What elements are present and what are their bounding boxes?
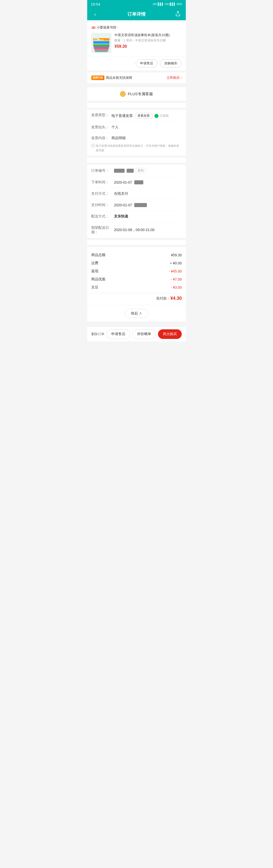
shipping-value: + ¥0.00 bbox=[170, 261, 182, 265]
payment-time-row: 支付时间： 2020-01-07 bbox=[91, 199, 182, 211]
svg-point-14 bbox=[124, 93, 124, 94]
jingdou-value: - ¥3.00 bbox=[171, 285, 182, 289]
product-title: 中英文双语听读故事绘本(套装共10册) bbox=[114, 33, 182, 37]
order-number-redacted-1 bbox=[114, 169, 125, 173]
svg-point-6 bbox=[95, 39, 96, 40]
bottom-gap bbox=[87, 321, 186, 327]
svg-point-7 bbox=[96, 39, 97, 40]
product-meta: 数量：1 系列：中英文双语绘本共10册 bbox=[114, 38, 182, 43]
invoice-header-text: 个人 bbox=[111, 125, 118, 129]
signal-icon2: ▌▌▌ bbox=[170, 2, 176, 5]
invoice-header-label: 发票抬头： bbox=[91, 125, 111, 129]
invoice-content-text: 商品明细 bbox=[111, 136, 126, 141]
total-row: 实付款： ¥4.30 bbox=[91, 293, 182, 301]
invoice-content-value: 商品明细 bbox=[111, 136, 182, 141]
product-info: 中英文双语听读故事绘本(套装共10册) 数量：1 系列：中英文双语绘本共10册 … bbox=[114, 33, 182, 49]
header: ‹ 订单详情 bbox=[87, 8, 186, 20]
white-gap-1 bbox=[87, 103, 186, 108]
svg-rect-9 bbox=[94, 47, 109, 49]
bottom-bar: 删除订单 申请售后 评价晒单 再次购买 bbox=[87, 327, 186, 341]
rebuy-button[interactable]: 再次购买 bbox=[158, 329, 182, 339]
svg-point-13 bbox=[122, 93, 123, 94]
expected-delivery-row: 期望配送日期： 2020-01-08，09:00-21:00 bbox=[91, 222, 182, 238]
payment-method-label: 支付方式： bbox=[91, 191, 114, 196]
shop-chevron: › bbox=[117, 26, 118, 29]
order-date-text: 2020-01-07 bbox=[114, 180, 132, 184]
back-button[interactable]: ‹ bbox=[91, 11, 99, 17]
share-button[interactable] bbox=[174, 11, 182, 18]
invoice-note: i 电子发票与纸质发票具有同等法律效力，可作为用户维权、保修的有效凭据 bbox=[91, 144, 182, 156]
wechat-icon bbox=[155, 114, 159, 118]
order-date-redacted bbox=[134, 180, 143, 184]
page-title: 订单详情 bbox=[99, 11, 174, 17]
info-circle-icon: i bbox=[91, 144, 95, 148]
status-bar: 19:54 HD ▌▌▌ HD ▌▌▌ 68% bbox=[87, 0, 186, 8]
added-badge: 已添加 bbox=[155, 114, 169, 118]
collapse-section: 收起 ∧ bbox=[87, 305, 186, 321]
invoice-type-label: 发票类型： bbox=[91, 113, 111, 118]
invoice-header-value: 个人 bbox=[111, 125, 182, 129]
price-section: 商品总额 ¥59.30 运费 + ¥0.00 返现 - ¥45.00 商品优惠 … bbox=[87, 247, 186, 305]
guarantee-text: 商品全面无忧保障 bbox=[106, 75, 132, 80]
payment-method-text: 在线支付 bbox=[114, 191, 128, 196]
view-invoice-button[interactable]: 查看发票 bbox=[135, 113, 153, 119]
expected-delivery-text: 2020-01-08，09:00-21:00 bbox=[114, 228, 155, 232]
delivery-method-text: 京东快递 bbox=[114, 214, 128, 219]
discount-row: 商品优惠 - ¥7.00 bbox=[91, 275, 182, 283]
review-button[interactable]: 评价晒单 bbox=[132, 329, 156, 339]
plus-text: PLUS专属客服 bbox=[128, 92, 153, 96]
discount-label: 商品优惠 bbox=[91, 277, 105, 282]
jingdou-label: 京豆 bbox=[91, 285, 98, 290]
status-icons: HD ▌▌▌ HD ▌▌▌ 68% bbox=[153, 2, 182, 5]
signal-icon: ▌▌▌ bbox=[158, 2, 164, 5]
invoice-note-text: 电子发票与纸质发票具有同等法律效力，可作为用户维权、保修的有效凭据 bbox=[96, 144, 182, 153]
expected-delivery-value: 2020-01-08，09:00-21:00 bbox=[114, 228, 182, 232]
shipping-row: 运费 + ¥0.00 bbox=[91, 259, 182, 267]
svg-point-12 bbox=[121, 92, 125, 95]
order-date-row: 下单时间： 2020-01-07 bbox=[91, 177, 182, 188]
payment-method-value: 在线支付 bbox=[114, 191, 182, 196]
section-divider-2 bbox=[87, 101, 186, 103]
invoice-type-text: 电子普通发票 bbox=[111, 114, 133, 118]
order-number-redacted-2 bbox=[127, 169, 134, 173]
invoice-type-value: 电子普通发票 查看发票 已添加 bbox=[111, 113, 182, 119]
aftersale-button[interactable]: 申请售后 bbox=[136, 59, 158, 67]
status-time: 19:54 bbox=[91, 2, 100, 6]
collapse-button[interactable]: 收起 ∧ bbox=[125, 309, 148, 318]
svg-rect-2 bbox=[93, 44, 109, 47]
payment-time-text: 2020-01-07 bbox=[114, 203, 132, 207]
hd-icon2: HD bbox=[165, 2, 169, 5]
bottom-aftersale-button[interactable]: 申请售后 bbox=[106, 329, 130, 339]
copy-button[interactable]: 复制 bbox=[136, 168, 145, 173]
section-divider-4 bbox=[87, 238, 186, 240]
invoice-header-row: 发票抬头： 个人 bbox=[91, 122, 182, 133]
rebate-value: - ¥45.00 bbox=[169, 269, 182, 273]
plus-section: PLUS专属客服 bbox=[87, 87, 186, 101]
smile-icon bbox=[121, 92, 125, 96]
rebate-label: 返现 bbox=[91, 269, 98, 274]
section-divider-1 bbox=[87, 83, 186, 85]
shop-name-row[interactable]: JD 小婴孩童书馆 › bbox=[91, 25, 182, 30]
guarantee-badge: 保障升级 bbox=[91, 75, 104, 80]
add-to-cart-button[interactable]: 加购物车 bbox=[160, 59, 182, 67]
added-text: 已添加 bbox=[160, 114, 169, 118]
order-number-value: 复制 bbox=[114, 168, 182, 173]
product-row: Bears 中英文双语听读故事绘本(套装共10册) 数量：1 系列：中英文双语绘… bbox=[91, 33, 182, 53]
payment-time-redacted bbox=[134, 203, 147, 207]
shipping-label: 运费 bbox=[91, 261, 98, 266]
section-divider-3 bbox=[87, 156, 186, 158]
order-number-row: 订单编号： 复制 bbox=[91, 165, 182, 177]
delivery-method-row: 配送方式： 京东快递 bbox=[91, 211, 182, 222]
svg-rect-11 bbox=[95, 51, 108, 52]
invoice-section: 发票类型： 电子普通发票 查看发票 已添加 发票抬头： 个人 发票内容： 商品明… bbox=[87, 110, 186, 156]
product-image[interactable]: Bears bbox=[91, 33, 111, 53]
svg-rect-3 bbox=[93, 41, 109, 44]
delete-order-button[interactable]: 删除订单 bbox=[91, 332, 104, 336]
subtotal-label: 商品总额 bbox=[91, 253, 105, 257]
shop-section: JD 小婴孩童书馆 › Bears bbox=[87, 22, 186, 56]
total-label: 实付款： bbox=[156, 296, 170, 301]
expected-delivery-label: 期望配送日期： bbox=[91, 225, 114, 235]
payment-time-label: 支付时间： bbox=[91, 203, 114, 207]
plus-icon bbox=[120, 91, 126, 97]
guarantee-link[interactable]: 立即购买 › bbox=[167, 75, 182, 80]
